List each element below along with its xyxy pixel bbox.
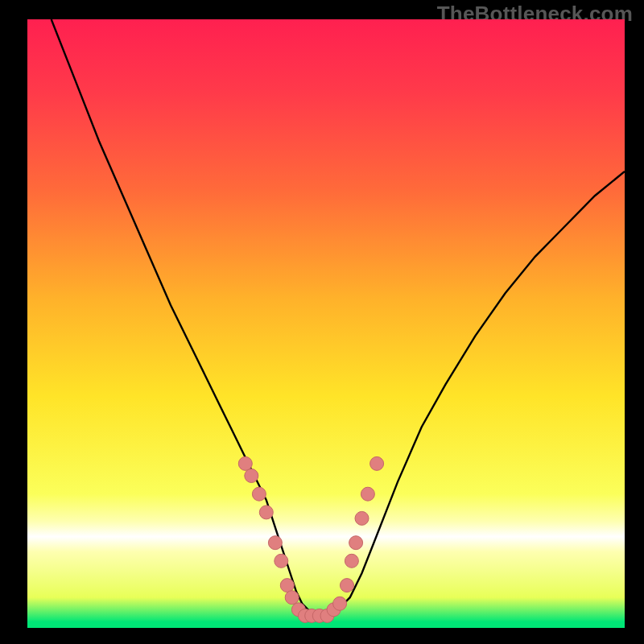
gradient-background bbox=[27, 19, 625, 628]
curve-marker bbox=[355, 511, 369, 525]
curve-marker bbox=[245, 469, 258, 483]
curve-marker bbox=[333, 597, 347, 610]
chart-frame: TheBottleneck.com bbox=[0, 0, 644, 644]
curve-marker bbox=[361, 487, 374, 501]
bottleneck-chart bbox=[27, 19, 625, 628]
curve-marker bbox=[238, 456, 252, 470]
curve-marker bbox=[341, 579, 354, 592]
curve-marker bbox=[349, 536, 363, 550]
curve-marker bbox=[259, 506, 273, 519]
curve-marker bbox=[285, 591, 299, 605]
curve-marker bbox=[370, 456, 384, 470]
curve-marker bbox=[275, 554, 288, 568]
curve-marker bbox=[252, 487, 266, 501]
curve-marker bbox=[268, 536, 282, 550]
curve-marker bbox=[280, 579, 294, 592]
curve-marker bbox=[345, 554, 358, 568]
